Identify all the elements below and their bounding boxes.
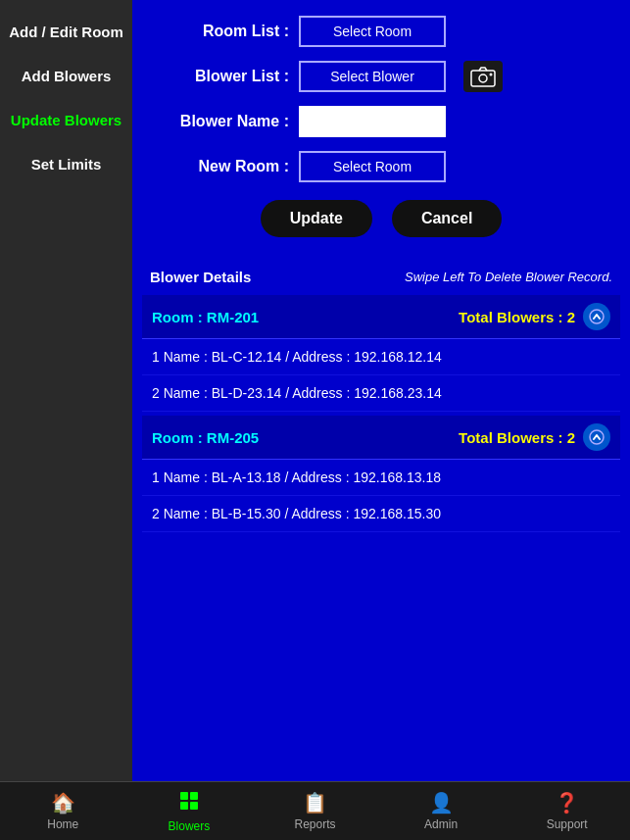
room-header-rm205: Room : RM-205 Total Blowers : 2 <box>142 416 620 460</box>
total-blowers-rm205: Total Blowers : 2 <box>459 429 575 446</box>
room-list-label: Room List : <box>152 23 289 40</box>
sidebar-item-add-edit-room[interactable]: Add / Edit Room <box>0 10 132 54</box>
camera-icon <box>470 66 496 87</box>
blower-name-label: Blower Name : <box>152 113 289 130</box>
blower-name-row: Blower Name : <box>152 106 610 137</box>
nav-blowers[interactable]: Blowers <box>126 782 253 840</box>
svg-rect-8 <box>190 802 198 810</box>
form-area: Room List : Select Room Blower List : Se… <box>132 0 630 253</box>
bottom-nav: 🏠 Home Blowers 📋 Reports 👤 Admin ❓ Suppo… <box>0 781 630 840</box>
room-header-rm201: Room : RM-201 Total Blowers : 2 <box>142 295 620 339</box>
blower-details-section: Blower Details Swipe Left To Delete Blow… <box>132 263 630 781</box>
room-header-right-rm201: Total Blowers : 2 <box>459 303 610 330</box>
home-icon: 🏠 <box>51 791 75 815</box>
total-blowers-rm201: Total Blowers : 2 <box>459 309 575 325</box>
main-content: Room List : Select Room Blower List : Se… <box>132 0 630 781</box>
svg-point-4 <box>590 430 604 444</box>
svg-rect-0 <box>471 71 495 86</box>
blower-details-title: Blower Details <box>150 269 251 285</box>
room-group-rm201: Room : RM-201 Total Blowers : 2 1 Name :… <box>142 295 620 412</box>
new-room-label: New Room : <box>152 158 289 175</box>
collapse-rm205-button[interactable] <box>583 423 610 451</box>
blower-list-row: Blower List : Select Blower <box>152 61 610 92</box>
select-new-room-button[interactable]: Select Room <box>299 151 446 182</box>
room-list-row: Room List : Select Room <box>152 16 610 47</box>
blower-list-label: Blower List : <box>152 68 289 85</box>
support-icon: ❓ <box>555 791 579 815</box>
cancel-button[interactable]: Cancel <box>392 200 502 237</box>
nav-support[interactable]: ❓ Support <box>504 782 630 840</box>
nav-blowers-label: Blowers <box>169 819 211 833</box>
nav-admin[interactable]: 👤 Admin <box>378 782 505 840</box>
swipe-hint: Swipe Left To Delete Blower Record. <box>405 270 612 284</box>
nav-admin-label: Admin <box>424 817 458 831</box>
nav-home[interactable]: 🏠 Home <box>0 782 126 840</box>
collapse-rm201-button[interactable] <box>583 303 610 330</box>
camera-button[interactable] <box>463 61 503 92</box>
blower-item-rm205-2: 2 Name : BL-B-15.30 / Address : 192.168.… <box>142 496 620 532</box>
room-name-rm205: Room : RM-205 <box>152 429 259 446</box>
svg-rect-7 <box>180 802 188 810</box>
nav-reports-label: Reports <box>294 817 335 831</box>
nav-support-label: Support <box>547 817 588 831</box>
chevron-up-icon-rm205 <box>589 429 605 445</box>
update-button[interactable]: Update <box>261 200 372 237</box>
blower-item-rm201-1: 1 Name : BL-C-12.14 / Address : 192.168.… <box>142 339 620 375</box>
sidebar: Add / Edit Room Add Blowers Update Blowe… <box>0 0 132 781</box>
chevron-up-icon <box>589 309 605 324</box>
admin-icon: 👤 <box>429 791 454 815</box>
svg-rect-5 <box>180 792 188 800</box>
svg-point-1 <box>479 74 487 82</box>
svg-point-2 <box>490 74 493 76</box>
select-room-button[interactable]: Select Room <box>299 16 446 47</box>
nav-reports[interactable]: 📋 Reports <box>252 782 378 840</box>
reports-icon: 📋 <box>303 791 327 815</box>
svg-rect-6 <box>190 792 198 800</box>
sidebar-item-update-blowers[interactable]: Update Blowers <box>0 98 132 142</box>
new-room-row: New Room : Select Room <box>152 151 610 182</box>
sidebar-item-set-limits[interactable]: Set Limits <box>0 142 132 186</box>
blowers-icon <box>178 790 200 816</box>
action-buttons-row: Update Cancel <box>152 200 610 237</box>
room-group-rm205: Room : RM-205 Total Blowers : 2 1 Name :… <box>142 416 620 532</box>
blower-details-header: Blower Details Swipe Left To Delete Blow… <box>142 263 620 291</box>
nav-home-label: Home <box>47 817 78 831</box>
room-name-rm201: Room : RM-201 <box>152 309 259 325</box>
select-blower-button[interactable]: Select Blower <box>299 61 446 92</box>
blower-item-rm205-1: 1 Name : BL-A-13.18 / Address : 192.168.… <box>142 460 620 496</box>
room-header-right-rm205: Total Blowers : 2 <box>459 423 610 451</box>
blower-name-input[interactable] <box>299 106 446 137</box>
svg-point-3 <box>590 310 604 323</box>
blower-item-rm201-2: 2 Name : BL-D-23.14 / Address : 192.168.… <box>142 375 620 412</box>
app-container: Add / Edit Room Add Blowers Update Blowe… <box>0 0 630 781</box>
sidebar-item-add-blowers[interactable]: Add Blowers <box>0 54 132 98</box>
